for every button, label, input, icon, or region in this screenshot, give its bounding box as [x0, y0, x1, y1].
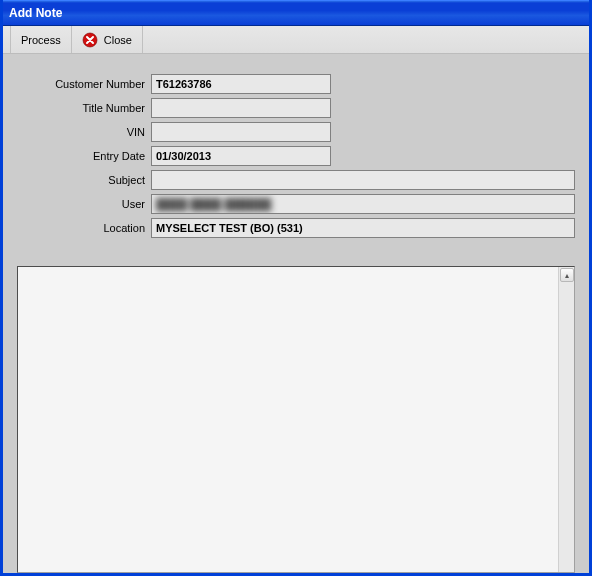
note-textarea[interactable]: ▴ — [17, 266, 575, 573]
close-button[interactable]: Close — [72, 26, 143, 53]
titlebar: Add Note — [3, 0, 589, 26]
location-value: MYSELECT TEST (BO) (531) — [156, 222, 303, 234]
toolbar: Process Close — [3, 26, 589, 54]
toolbar-separator — [3, 26, 11, 53]
scroll-up-arrow[interactable]: ▴ — [560, 268, 574, 282]
window-title: Add Note — [9, 6, 62, 20]
entry-date-field[interactable]: 01/30/2013 — [151, 146, 331, 166]
entry-date-value: 01/30/2013 — [156, 150, 211, 162]
customer-number-field[interactable]: T61263786 — [151, 74, 331, 94]
note-textarea-body — [18, 267, 558, 572]
title-number-field[interactable] — [151, 98, 331, 118]
subject-label: Subject — [17, 174, 145, 186]
scrollbar[interactable]: ▴ — [558, 267, 574, 572]
user-value: ████ ████ ██████ — [156, 198, 271, 210]
customer-number-label: Customer Number — [17, 78, 145, 90]
vin-label: VIN — [17, 126, 145, 138]
user-label: User — [17, 198, 145, 210]
customer-number-value: T61263786 — [156, 78, 212, 90]
add-note-window: Add Note Process Close Customer Number T… — [0, 0, 592, 576]
user-field[interactable]: ████ ████ ██████ — [151, 194, 575, 214]
location-field[interactable]: MYSELECT TEST (BO) (531) — [151, 218, 575, 238]
vin-field[interactable] — [151, 122, 331, 142]
title-number-label: Title Number — [17, 102, 145, 114]
entry-date-label: Entry Date — [17, 150, 145, 162]
content-area: Customer Number T61263786 Title Number V… — [3, 54, 589, 573]
location-label: Location — [17, 222, 145, 234]
close-button-label: Close — [104, 34, 132, 46]
close-icon — [82, 32, 98, 48]
process-button-label: Process — [21, 34, 61, 46]
subject-field[interactable] — [151, 170, 575, 190]
form: Customer Number T61263786 Title Number V… — [17, 74, 575, 238]
process-button[interactable]: Process — [11, 26, 72, 53]
